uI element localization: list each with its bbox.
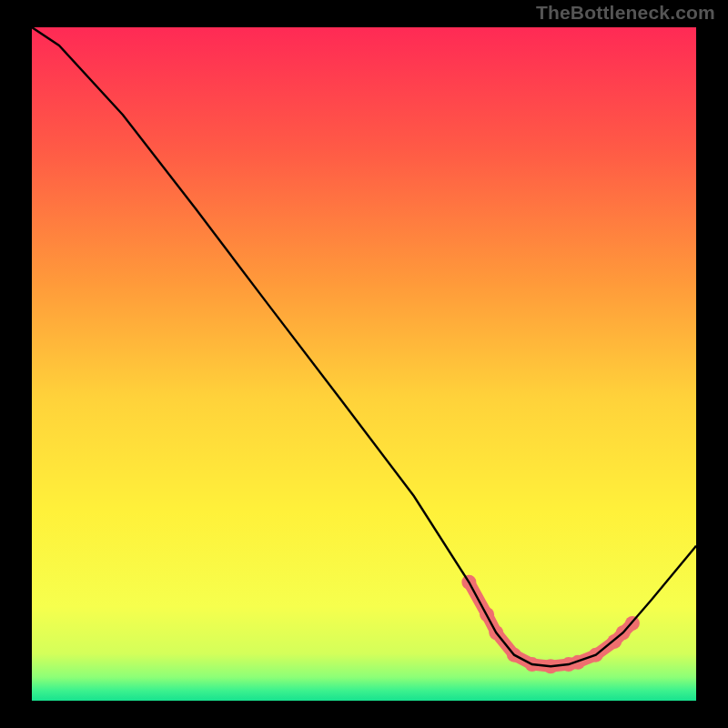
chart-frame: TheBottleneck.com xyxy=(0,0,728,728)
gradient-background xyxy=(32,27,696,701)
bottleneck-chart xyxy=(0,0,728,728)
